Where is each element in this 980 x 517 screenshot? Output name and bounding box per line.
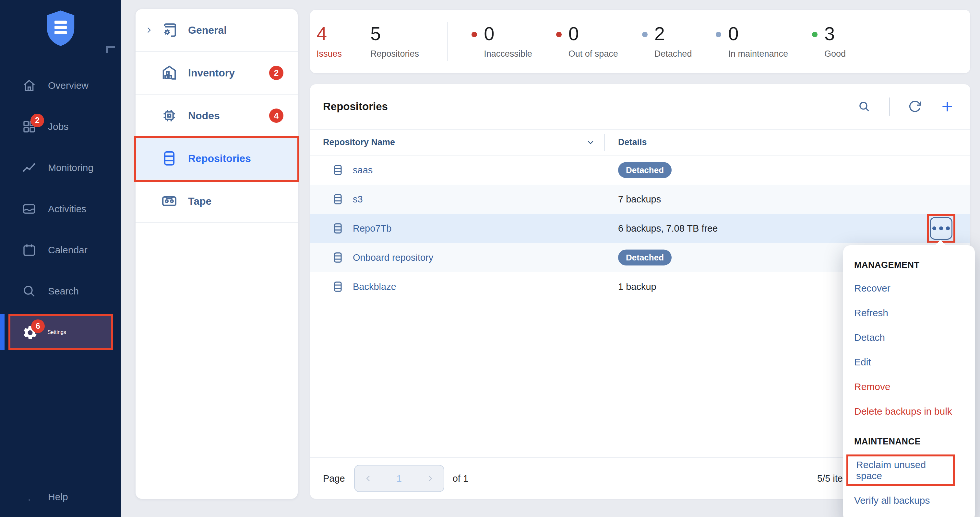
sidebar-item-help[interactable]: Help (0, 480, 121, 514)
menu-item-refresh[interactable]: Refresh (843, 301, 975, 325)
add-repository-button[interactable] (940, 99, 955, 114)
repository-details: 7 backups (618, 194, 661, 205)
sidebar-collapse-icon[interactable] (106, 46, 115, 53)
repository-details: 6 backups, 7.08 TB free (618, 223, 718, 234)
sidebar-item-calendar[interactable]: Calendar (0, 229, 121, 271)
sort-chevron-down-icon[interactable] (585, 137, 595, 147)
detached-status-badge: Detached (618, 250, 671, 266)
sidebar-item-activities[interactable]: Activities (0, 188, 121, 229)
table-row[interactable]: s3 7 backups (310, 185, 970, 214)
subnav-item-label: General (188, 24, 227, 36)
repository-icon (331, 192, 344, 206)
table-search-button[interactable] (857, 99, 872, 114)
menu-section-maintenance: MAINTENANCE (843, 430, 975, 452)
settings-badge: 6 (31, 319, 45, 333)
menu-item-remove[interactable]: Remove (843, 374, 975, 399)
stat-inaccessible: 0 Inaccessible (484, 24, 532, 59)
subnav-item-nodes[interactable]: Nodes 4 (135, 95, 298, 137)
tape-cassette-icon (160, 192, 178, 210)
stat-label: Good (824, 49, 846, 59)
stat-value: 0 (484, 24, 532, 44)
sidebar-item-jobs[interactable]: 2 Jobs (0, 106, 121, 147)
menu-section-management: MANAGEMENT (843, 253, 975, 276)
calendar-icon (21, 242, 37, 258)
stats-divider (447, 22, 447, 61)
stat-label: Repositories (370, 49, 419, 59)
row-actions-ellipsis-button[interactable] (930, 217, 953, 240)
status-dot (471, 32, 477, 37)
subnav-item-label: Repositories (188, 152, 251, 165)
repository-details: 1 backup (618, 282, 656, 292)
sidebar-item-search[interactable]: Search (0, 271, 121, 312)
next-page-button[interactable] (425, 474, 434, 483)
subnav-item-inventory[interactable]: Inventory 2 (135, 52, 298, 95)
reclaim-annotation-box: Reclaim unused space (846, 455, 955, 486)
sidebar-item-monitoring[interactable]: Monitoring (0, 147, 121, 188)
stat-issues: 4 Issues (317, 24, 342, 59)
status-dot (556, 32, 562, 37)
stat-label: In maintenance (728, 49, 788, 59)
menu-item-edit[interactable]: Edit (843, 350, 975, 374)
stat-value: 0 (568, 24, 618, 44)
sidebar-item-overview[interactable]: Overview (0, 65, 121, 106)
page-stepper: 1 (354, 465, 444, 492)
stat-good: 3 Good (824, 24, 846, 59)
stat-label: Detached (654, 49, 692, 59)
stat-value: 0 (728, 24, 788, 44)
sidebar-item-settings[interactable]: 6 Settings (0, 312, 121, 353)
general-window-gear-icon (160, 21, 178, 39)
stat-label: Issues (317, 49, 342, 59)
chevron-right-icon[interactable] (145, 26, 160, 34)
menu-item-delete-backups-in-bulk[interactable]: Delete backups in bulk (843, 399, 975, 424)
card-header: Repositories (310, 84, 970, 130)
subnav-item-tape[interactable]: Tape (135, 180, 298, 223)
card-title: Repositories (323, 100, 388, 113)
subnav-item-repositories[interactable]: Repositories (135, 137, 298, 180)
stat-detached: 2 Detached (654, 24, 692, 59)
settings-subnav-panel: General Inventory 2 Nodes 4 (135, 9, 298, 499)
stat-label: Inaccessible (484, 49, 532, 59)
stat-value: 5 (370, 24, 419, 44)
stat-value: 4 (317, 24, 342, 44)
current-page-input[interactable]: 1 (397, 473, 402, 484)
subnav-item-general[interactable]: General (135, 9, 298, 52)
page-label: Page (323, 473, 345, 484)
sidebar-item-label: Help (48, 492, 68, 503)
menu-item-recover[interactable]: Recover (843, 276, 975, 301)
page-total-label: of 1 (453, 473, 468, 484)
sidebar-item-label: Jobs (48, 121, 68, 132)
stat-out-of-space: 0 Out of space (568, 24, 618, 59)
search-icon (21, 284, 37, 299)
more-button-annotation (927, 214, 955, 243)
nodes-badge: 4 (269, 108, 283, 123)
sidebar-item-label: Calendar (48, 244, 88, 255)
monitoring-chart-icon (21, 160, 37, 176)
table-row-selected[interactable]: Repo7Tb 6 backups, 7.08 TB free (310, 214, 970, 243)
stat-value: 2 (654, 24, 692, 44)
repository-name-link[interactable]: Repo7Tb (353, 223, 391, 234)
menu-item-detach[interactable]: Detach (843, 325, 975, 350)
jobs-grid-icon: 2 (21, 119, 37, 135)
settings-annotation-box: 6 Settings (8, 314, 113, 350)
sidebar-item-label: Overview (48, 80, 89, 91)
repository-icon (331, 279, 344, 294)
repository-name-link[interactable]: Onboard repository (353, 252, 433, 263)
table-row[interactable]: saas Detached (310, 155, 970, 185)
repository-name-link[interactable]: s3 (353, 194, 363, 205)
repository-name-link[interactable]: Backblaze (353, 282, 396, 292)
repositories-database-icon (160, 149, 178, 168)
column-header-repository-name[interactable]: Repository Name (323, 137, 395, 147)
card-toolbar (857, 97, 955, 116)
toolbar-divider (889, 97, 890, 116)
menu-item-verify-all-backups[interactable]: Verify all backups (843, 488, 975, 513)
primary-sidebar: Overview 2 Jobs M (0, 0, 121, 517)
repository-icon (331, 251, 344, 265)
status-dot (642, 32, 648, 37)
jobs-badge: 2 (30, 114, 44, 127)
refresh-button[interactable] (907, 99, 922, 114)
previous-page-button[interactable] (364, 474, 373, 483)
sidebar-item-label: Settings (47, 330, 66, 335)
repository-name-link[interactable]: saas (353, 165, 372, 176)
menu-item-reclaim-unused-space[interactable]: Reclaim unused space (848, 457, 953, 484)
inventory-badge: 2 (269, 66, 283, 80)
